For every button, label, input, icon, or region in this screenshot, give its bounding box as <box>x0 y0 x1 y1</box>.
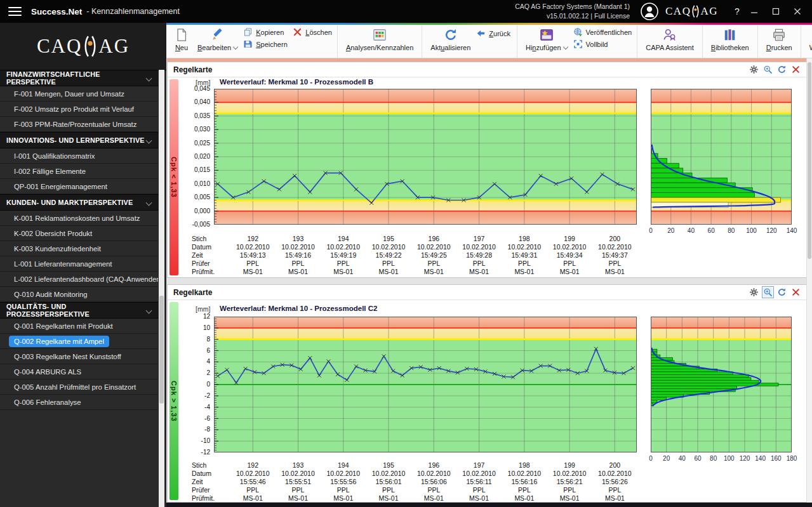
toolbar-button-neu[interactable]: Neu <box>170 26 193 57</box>
sidebar-item-label: F-001 Mengen, Dauer und Umsatz <box>9 88 130 100</box>
y-axis-tick-label: 0,025 <box>184 140 210 147</box>
toolbar-button-speichern[interactable]: Speichern <box>243 39 288 49</box>
toolbar-button-capa-assistent[interactable]: CAPA Assistent <box>641 26 698 57</box>
zoom-icon[interactable] <box>763 65 773 74</box>
toolbar-button-aktualisieren[interactable]: Aktualisieren <box>426 26 475 57</box>
x-table-cell: 200 <box>585 461 644 470</box>
content-scrollbar[interactable] <box>806 58 812 507</box>
button-label: Bibliotheken <box>711 44 749 51</box>
y-axis-tick-label: 0,010 <box>184 180 210 188</box>
toolbar-button-vollbild[interactable]: Vollbild <box>573 39 608 49</box>
button-label: Speichern <box>256 41 288 48</box>
content-scrollbar-thumb[interactable] <box>808 62 811 259</box>
sidebar-item-label: K-002 Übersicht Produkt <box>9 228 97 239</box>
refresh-icon[interactable] <box>777 287 787 297</box>
sidebar-item-k-002-bersicht-produkt[interactable]: K-002 Übersicht Produkt <box>0 226 158 241</box>
x-table-row-label: Prüfer <box>192 260 210 268</box>
caq-ag-logo: CAQ AG <box>665 4 718 18</box>
new-doc-icon <box>175 28 189 42</box>
sidebar-item-q-001-regelkarten-mit-produkt[interactable]: Q-001 Regelkarten mit Produkt <box>0 319 158 334</box>
button-label: Neu <box>175 44 188 51</box>
sidebar-section-kunden-und-marktperspektive[interactable]: KUNDEN- UND MARKTPERSPEKTIVE <box>0 194 158 211</box>
toolbar-button-kopieren[interactable]: Kopieren <box>243 27 284 37</box>
application-window: Success.Net - Kennzahlenmanagement CAQ A… <box>0 0 812 507</box>
printer-icon <box>772 28 786 42</box>
button-label: Analysen/Kennzahlen <box>346 44 413 51</box>
y-axis-tick-label: -6 <box>184 415 210 423</box>
sidebar-item-k-003-kundenzufriedenheit[interactable]: K-003 Kundenzufriedenheit <box>0 241 158 256</box>
button-label: Zurück <box>489 30 510 37</box>
close-icon[interactable] <box>791 65 801 74</box>
sidebar-section-qualit-ts-und-prozessperspektive[interactable]: QUALITÄTS- UND PROZESSPERSPEKTIVE <box>0 302 158 319</box>
toolbar-button-zur-ck[interactable]: Zurück <box>475 26 513 38</box>
y-axis-tick-label: -4 <box>184 404 210 411</box>
sidebar-item-q-004-arburg-als[interactable]: Q-004 ARBURG ALS <box>0 364 158 379</box>
toolbar-button-l-schen[interactable]: Löschen <box>293 27 332 37</box>
x-table-row-label: Zeit <box>192 478 203 486</box>
settings-gear-icon[interactable] <box>749 65 759 74</box>
toolbar-button-hinzuf-gen[interactable]: Hinzufügen <box>521 26 572 57</box>
sidebar-item-k-001-reklamationskosten-und-umsatz[interactable]: K-001 Reklamationskosten und Umsatz <box>0 211 158 226</box>
sidebar-item-label: L-002 Lieferantendashboard (CAQ-Anwender… <box>9 273 158 285</box>
regelkarte-panel-2: RegelkarteCpk > 1,33[mm]Werteverlauf: Me… <box>167 284 807 503</box>
toolbar-button-bibliotheken[interactable]: Bibliotheken <box>707 26 754 57</box>
sidebar-item-qp-001-energiemanagement[interactable]: QP-001 Energiemanagement <box>0 179 158 194</box>
toolbar-button-ver-ffentlichen[interactable]: Veröffentlichen <box>573 27 632 37</box>
sidebar-item-q-010-audit-monitoring[interactable]: Q-010 Audit Monitoring <box>0 287 158 302</box>
distribution-histogram <box>651 89 792 225</box>
sidebar-item-label: Q-005 Anzahl Prüfmittel pro Einsatzort <box>9 381 141 393</box>
x-table-row-label: Zeit <box>192 251 203 260</box>
bottom-edge <box>166 503 812 507</box>
toolbar-button-drucken[interactable]: Drucken <box>762 26 797 57</box>
hamburger-menu-icon[interactable] <box>8 4 22 18</box>
settings-gear-icon[interactable] <box>749 287 759 297</box>
sidebar-item-q-003-regelkarte-nest-kunststoff[interactable]: Q-003 Regelkarte Nest Kunststoff <box>0 349 158 364</box>
refresh-icon[interactable] <box>777 65 787 74</box>
sidebar-item-q-002-regelkarte-mit-ampel[interactable]: Q-002 Regelkarte mit Ampel <box>0 334 158 349</box>
sidebar-item-f-002-umsatz-pro-produkt-mit-verlauf[interactable]: F-002 Umsatz pro Produkt mit Verlauf <box>0 102 158 117</box>
user-avatar-icon[interactable] <box>640 2 659 21</box>
maximize-button[interactable] <box>766 5 785 18</box>
close-window-button[interactable] <box>788 5 807 18</box>
button-label: CAPA Assistent <box>646 44 694 51</box>
sidebar-item-label: F-002 Umsatz pro Produkt mit Verlauf <box>9 103 139 115</box>
x-table-row-label: Prüfmit. <box>192 494 215 503</box>
sidebar-section-finanzwirtschaftliche-perspektive[interactable]: FINANZWIRTSCHAFTLICHE PERSPEKTIVE <box>0 70 158 86</box>
sidebar-item-i-001-qualifikationsmatrix[interactable]: I-001 Qualifikationsmatrix <box>0 148 158 164</box>
distribution-histogram <box>651 317 792 452</box>
toolbar-button-bearbeiten[interactable]: Bearbeiten <box>193 26 242 57</box>
button-label: Veröffentlichen <box>586 29 632 36</box>
toolbar: NeuBearbeitenKopierenLöschenSpeichernAna… <box>166 23 812 58</box>
control-chart <box>214 317 637 452</box>
sidebar-logo-ag: AG <box>98 35 130 58</box>
close-icon[interactable] <box>791 287 801 297</box>
help-button[interactable]: ? <box>732 6 742 16</box>
panel-title: Regelkarte <box>173 65 212 74</box>
sidebar-item-f-003-ppm-rate-prozentualer-umsatz[interactable]: F-003 PPM-Rate/Prozentualer Umsatz <box>0 117 158 132</box>
sidebar-logo-swoosh-icon <box>83 35 97 58</box>
x-table-cell: 15:56:26 <box>585 478 644 486</box>
x-table-cell: 200 <box>585 235 644 243</box>
section-label: FINANZWIRTSCHAFTLICHE PERSPEKTIVE <box>6 70 147 86</box>
y-axis-tick-label: 0 <box>184 381 210 388</box>
button-label: Löschen <box>305 29 332 36</box>
histogram-axis-tick-label: 40 <box>680 227 702 234</box>
toolbar-button-analysen-kennzahlen[interactable]: Analysen/Kennzahlen <box>342 26 418 57</box>
zoom-icon[interactable] <box>763 287 773 297</box>
sidebar-item-l-001-lieferantenmanagement[interactable]: L-001 Lieferantenmanagement <box>0 256 158 272</box>
x-table-cell: 10.02.2010 <box>585 470 644 478</box>
toolbar-button-weitere[interactable]: Weitere <box>805 26 812 57</box>
sidebar-section-innovations-und-lernperspektive[interactable]: INNOVATIONS- UND LERNPERSPEKTIVE <box>0 132 158 148</box>
sidebar-item-q-006-fehleranalyse[interactable]: Q-006 Fehleranalyse <box>0 395 158 410</box>
y-axis-tick-label: 0,020 <box>184 153 210 161</box>
sidebar-item-q-005-anzahl-pr-fmittel-pro-einsatzort[interactable]: Q-005 Anzahl Prüfmittel pro Einsatzort <box>0 379 158 395</box>
minimize-button[interactable] <box>745 5 764 18</box>
add-widget-icon <box>540 28 554 42</box>
sidebar-scrollbar-thumb[interactable] <box>159 296 164 404</box>
y-axis-tick-label: -8 <box>184 426 210 433</box>
sidebar-item-label: Q-004 ARBURG ALS <box>9 366 86 378</box>
sidebar-item-i-002-f-llige-elemente[interactable]: I-002 Fällige Elemente <box>0 164 158 179</box>
sidebar-scrollbar[interactable] <box>159 70 164 507</box>
sidebar-item-f-001-mengen-dauer-und-umsatz[interactable]: F-001 Mengen, Dauer und Umsatz <box>0 86 158 102</box>
sidebar-item-l-002-lieferantendashboard-caq-anwenderworkshop[interactable]: L-002 Lieferantendashboard (CAQ-Anwender… <box>0 272 158 287</box>
